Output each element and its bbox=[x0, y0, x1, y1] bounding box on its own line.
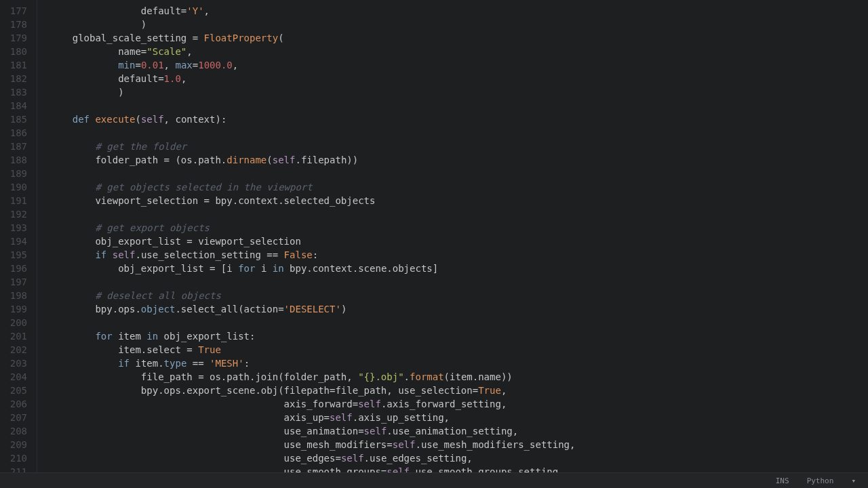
code-editor[interactable]: 1771781791801811821831841851861871881891… bbox=[0, 0, 868, 488]
code-token: self bbox=[330, 412, 353, 423]
code-token: .axis_forward_setting, bbox=[381, 399, 507, 409]
line-number: 184 bbox=[7, 99, 27, 113]
code-token: "{}.obj" bbox=[358, 371, 403, 382]
line-number: 205 bbox=[7, 384, 27, 397]
line-number: 199 bbox=[7, 302, 27, 316]
code-token: , bbox=[501, 385, 507, 396]
chevron-down-icon[interactable]: ▾ bbox=[848, 476, 859, 485]
code-token: viewport_selection = bpy.context.selecte… bbox=[50, 195, 375, 206]
code-token: = bbox=[193, 60, 198, 70]
code-token: bpy.context.scene.objects] bbox=[290, 263, 438, 274]
code-token: object bbox=[141, 304, 176, 314]
code-token: FloatProperty bbox=[204, 33, 279, 43]
code-line[interactable]: use_mesh_modifiers=self.use_mesh_modifie… bbox=[50, 438, 868, 451]
code-line[interactable]: viewport_selection = bpy.context.selecte… bbox=[50, 194, 868, 207]
code-token: , bbox=[233, 60, 238, 70]
code-token: if bbox=[118, 358, 135, 369]
code-line[interactable]: name="Scale", bbox=[50, 45, 868, 58]
code-token: .use_animation_setting, bbox=[387, 426, 518, 436]
code-token bbox=[50, 141, 95, 152]
language-indicator[interactable]: Python bbox=[804, 476, 837, 485]
code-token: folder_path = (os.path. bbox=[50, 155, 226, 165]
code-token: use_mesh_modifiers= bbox=[50, 439, 393, 450]
line-number: 179 bbox=[7, 31, 27, 45]
code-token: for bbox=[238, 263, 261, 274]
code-token: ( bbox=[135, 114, 140, 125]
line-number: 177 bbox=[7, 4, 27, 18]
line-number: 193 bbox=[7, 221, 27, 235]
code-token: True bbox=[478, 385, 501, 396]
code-line[interactable]: axis_up=self.axis_up_setting, bbox=[50, 411, 868, 424]
code-line[interactable]: folder_path = (os.path.dirname(self.file… bbox=[50, 153, 868, 167]
code-line[interactable]: if self.use_selection_setting == False: bbox=[50, 248, 868, 262]
code-line[interactable] bbox=[50, 316, 868, 329]
code-line[interactable]: item.select = True bbox=[50, 343, 868, 357]
line-number: 204 bbox=[7, 370, 27, 384]
code-token: self bbox=[364, 426, 387, 436]
code-line[interactable] bbox=[50, 167, 868, 180]
line-number: 189 bbox=[7, 167, 27, 180]
code-line[interactable]: global_scale_setting = FloatProperty( bbox=[50, 31, 868, 45]
code-line[interactable]: obj_export_list = viewport_selection bbox=[50, 235, 868, 248]
line-number: 208 bbox=[7, 424, 27, 438]
line-number: 183 bbox=[7, 85, 27, 99]
code-token: . bbox=[404, 371, 410, 382]
code-token: type bbox=[164, 358, 187, 369]
code-line[interactable]: # get export objects bbox=[50, 221, 868, 235]
code-token: ( bbox=[278, 33, 283, 43]
code-line[interactable] bbox=[50, 275, 868, 289]
code-token: axis_up= bbox=[50, 412, 330, 423]
code-line[interactable]: min=0.01, max=1000.0, bbox=[50, 58, 868, 72]
code-line[interactable]: axis_forward=self.axis_forward_setting, bbox=[50, 397, 868, 411]
code-line[interactable]: for item in obj_export_list: bbox=[50, 329, 868, 343]
code-token: False bbox=[284, 249, 313, 260]
code-token: # get export objects bbox=[95, 222, 210, 233]
code-line[interactable]: file_path = os.path.join(folder_path, "{… bbox=[50, 370, 868, 384]
code-token: self bbox=[113, 249, 136, 260]
code-token: item bbox=[118, 331, 146, 342]
code-token: for bbox=[95, 331, 118, 342]
code-line[interactable] bbox=[50, 126, 868, 140]
code-token: in bbox=[273, 263, 290, 274]
code-line[interactable]: bpy.ops.export_scene.obj(filepath=file_p… bbox=[50, 384, 868, 397]
code-token: 0.01 bbox=[141, 60, 164, 70]
code-token: .use_edges_setting, bbox=[364, 453, 473, 464]
code-line[interactable]: use_edges=self.use_edges_setting, bbox=[50, 451, 868, 465]
code-line[interactable]: def execute(self, context): bbox=[50, 113, 868, 126]
code-line[interactable] bbox=[50, 207, 868, 221]
code-line[interactable]: use_animation=self.use_animation_setting… bbox=[50, 424, 868, 438]
code-token bbox=[50, 290, 95, 301]
code-line[interactable]: ) bbox=[50, 85, 868, 99]
code-token: max bbox=[175, 60, 192, 70]
code-token bbox=[50, 358, 118, 369]
code-line[interactable]: obj_export_list = [i for i in bpy.contex… bbox=[50, 262, 868, 275]
code-area[interactable]: default='Y', ) global_scale_setting = Fl… bbox=[37, 0, 868, 488]
code-token: default= bbox=[50, 73, 164, 84]
code-line[interactable]: bpy.ops.object.select_all(action='DESELE… bbox=[50, 302, 868, 316]
code-line[interactable]: # get objects selected in the viewport bbox=[50, 180, 868, 194]
code-token: global_scale_setting = bbox=[50, 33, 204, 43]
code-token: 'Y' bbox=[186, 5, 203, 16]
code-token: format bbox=[410, 371, 444, 382]
code-token: self bbox=[393, 439, 416, 450]
code-token: execute bbox=[95, 114, 135, 125]
code-token: if bbox=[95, 249, 112, 260]
code-line[interactable]: if item.type == 'MESH': bbox=[50, 357, 868, 370]
line-number-gutter: 1771781791801811821831841851861871881891… bbox=[0, 0, 37, 488]
code-line[interactable]: default=1.0, bbox=[50, 72, 868, 85]
code-token: self bbox=[341, 453, 364, 464]
code-line[interactable]: ) bbox=[50, 18, 868, 31]
line-number: 178 bbox=[7, 18, 27, 31]
code-token: use_animation= bbox=[50, 426, 364, 436]
code-line[interactable]: default='Y', bbox=[50, 4, 868, 18]
code-line[interactable] bbox=[50, 99, 868, 113]
line-number: 191 bbox=[7, 194, 27, 207]
code-line[interactable]: # get the folder bbox=[50, 140, 868, 153]
code-token: (item.name)) bbox=[444, 371, 513, 382]
line-number: 201 bbox=[7, 329, 27, 343]
line-number: 200 bbox=[7, 316, 27, 329]
code-line[interactable]: # deselect all objects bbox=[50, 289, 868, 302]
code-token bbox=[50, 114, 73, 125]
code-token: , context): bbox=[164, 114, 227, 125]
code-token: obj_export_list: bbox=[164, 331, 256, 342]
